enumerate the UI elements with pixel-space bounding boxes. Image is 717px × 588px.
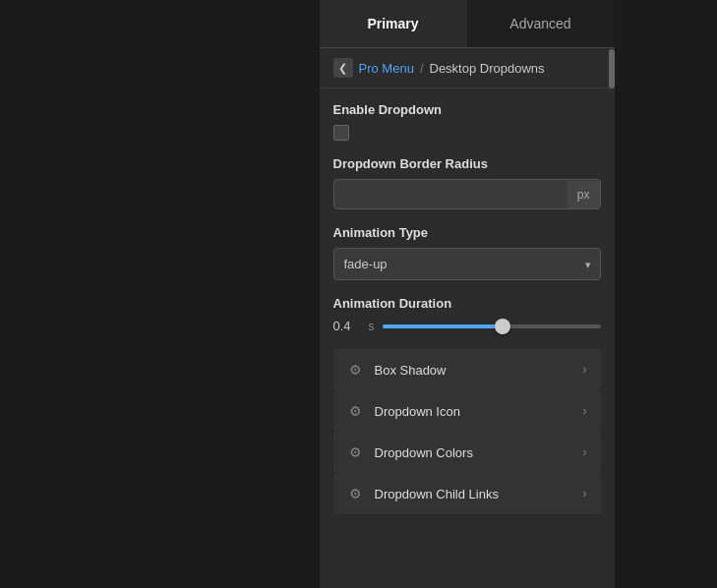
row-label-dropdown-icon: Dropdown Icon [375, 404, 573, 419]
expandable-row-box-shadow[interactable]: ⚙ Box Shadow › [333, 349, 601, 390]
row-icon-dropdown-icon: ⚙ [347, 403, 365, 419]
animation-duration-label: Animation Duration [333, 296, 601, 311]
row-icon-dropdown-child-links: ⚙ [347, 486, 365, 501]
tab-primary[interactable]: Primary [320, 0, 467, 47]
row-icon-dropdown-colors: ⚙ [347, 444, 365, 460]
row-label-dropdown-child-links: Dropdown Child Links [375, 487, 573, 501]
breadcrumb-parent[interactable]: Pro Menu [359, 61, 414, 76]
border-radius-input[interactable] [334, 180, 568, 208]
breadcrumb-separator: / [420, 61, 424, 76]
breadcrumb-back-button[interactable]: ❮ [333, 58, 353, 78]
border-radius-suffix: px [568, 181, 600, 208]
enable-dropdown-checkbox-wrapper [333, 125, 601, 141]
animation-duration-section: Animation Duration 0.4 s [333, 296, 601, 333]
slider-thumb[interactable] [495, 319, 510, 334]
row-chevron-dropdown-child-links: › [583, 487, 587, 500]
animation-type-select-wrapper: fade-up fade-down fade-left fade-right n… [333, 248, 601, 280]
row-chevron-dropdown-icon: › [583, 404, 587, 418]
border-radius-section: Dropdown Border Radius px [333, 156, 601, 209]
animation-duration-slider-track[interactable] [383, 324, 601, 328]
tabs-bar: Primary Advanced [320, 0, 615, 48]
chevron-left-icon: ❮ [338, 62, 347, 75]
animation-type-section: Animation Type fade-up fade-down fade-le… [333, 225, 601, 280]
slider-row: 0.4 s [333, 319, 601, 333]
enable-dropdown-section: Enable Dropdown [333, 102, 601, 141]
animation-type-select[interactable]: fade-up fade-down fade-left fade-right n… [333, 248, 601, 280]
row-label-dropdown-colors: Dropdown Colors [375, 445, 573, 460]
border-radius-label: Dropdown Border Radius [333, 156, 601, 171]
panel-content: Enable Dropdown Dropdown Border Radius p… [320, 88, 615, 588]
breadcrumb-current: Desktop Dropdowns [430, 61, 545, 76]
animation-duration-unit: s [369, 320, 375, 333]
row-label-box-shadow: Box Shadow [375, 363, 573, 378]
tab-advanced[interactable]: Advanced [467, 0, 615, 47]
row-chevron-box-shadow: › [583, 363, 587, 377]
animation-duration-value: 0.4 [333, 319, 361, 333]
breadcrumb: ❮ Pro Menu / Desktop Dropdowns [320, 48, 615, 88]
enable-dropdown-label: Enable Dropdown [333, 102, 601, 117]
settings-panel: Primary Advanced ❮ Pro Menu / Desktop Dr… [320, 0, 615, 588]
border-radius-input-wrapper: px [333, 179, 601, 209]
expandable-row-dropdown-child-links[interactable]: ⚙ Dropdown Child Links › [333, 473, 601, 514]
slider-fill [383, 324, 503, 328]
expandable-row-dropdown-icon[interactable]: ⚙ Dropdown Icon › [333, 390, 601, 432]
row-chevron-dropdown-colors: › [583, 445, 587, 459]
expandable-rows-list: ⚙ Box Shadow › ⚙ Dropdown Icon › ⚙ Dropd… [333, 349, 601, 514]
scrollbar[interactable] [609, 49, 615, 88]
row-icon-box-shadow: ⚙ [347, 362, 365, 378]
animation-type-label: Animation Type [333, 225, 601, 240]
expandable-row-dropdown-colors[interactable]: ⚙ Dropdown Colors › [333, 432, 601, 473]
enable-dropdown-checkbox[interactable] [333, 125, 349, 141]
